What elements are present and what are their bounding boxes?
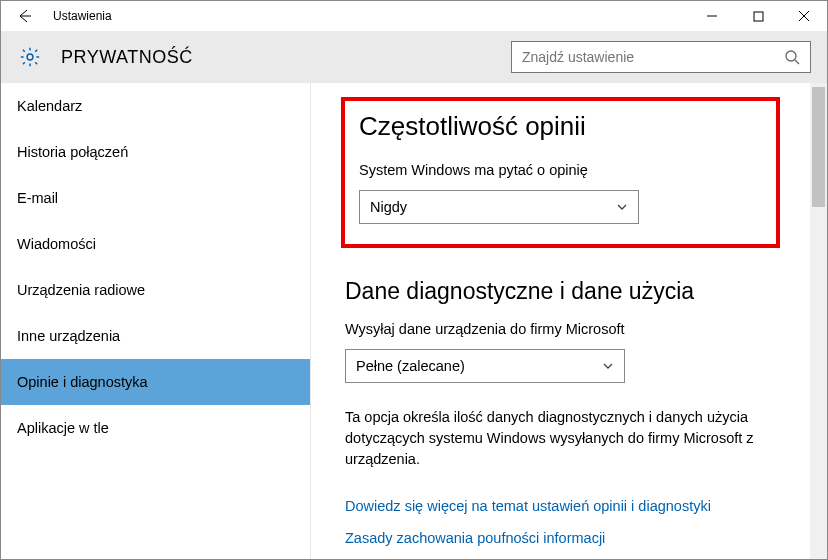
category-title: PRYWATNOŚĆ: [61, 47, 511, 68]
title-bar: Ustawienia: [1, 1, 827, 31]
sidebar-item-feedback-diagnostics[interactable]: Opinie i diagnostyka: [1, 359, 310, 405]
select-value: Nigdy: [370, 199, 407, 215]
sidebar-item-label: Kalendarz: [17, 98, 82, 114]
close-icon: [798, 10, 810, 22]
minimize-button[interactable]: [689, 1, 735, 31]
maximize-button[interactable]: [735, 1, 781, 31]
vertical-scrollbar[interactable]: [810, 83, 827, 559]
sidebar-item-background-apps[interactable]: Aplikacje w tle: [1, 405, 310, 451]
feedback-label: System Windows ma pytać o opinię: [359, 162, 762, 178]
scrollbar-thumb[interactable]: [812, 87, 825, 207]
learn-more-link[interactable]: Dowiedz się więcej na temat ustawień opi…: [345, 498, 776, 514]
search-box[interactable]: [511, 41, 811, 73]
sidebar-item-radios[interactable]: Urządzenia radiowe: [1, 267, 310, 313]
sidebar-item-email[interactable]: E-mail: [1, 175, 310, 221]
sidebar-item-other-devices[interactable]: Inne urządzenia: [1, 313, 310, 359]
minimize-icon: [706, 10, 718, 22]
body: Kalendarz Historia połączeń E-mail Wiado…: [1, 83, 827, 559]
privacy-policy-link[interactable]: Zasady zachowania poufności informacji: [345, 530, 776, 546]
sidebar-item-label: Opinie i diagnostyka: [17, 374, 148, 390]
search-icon: [784, 49, 800, 65]
svg-rect-0: [754, 12, 763, 21]
arrow-left-icon: [15, 7, 33, 25]
sidebar-item-messages[interactable]: Wiadomości: [1, 221, 310, 267]
feedback-heading: Częstotliwość opinii: [359, 111, 762, 142]
diagnostics-description: Ta opcja określa ilość danych diagnostyc…: [345, 407, 776, 470]
content-pane: Częstotliwość opinii System Windows ma p…: [311, 83, 827, 559]
window-title: Ustawienia: [53, 9, 689, 23]
sidebar: Kalendarz Historia połączeń E-mail Wiado…: [1, 83, 311, 559]
sidebar-item-label: Historia połączeń: [17, 144, 128, 160]
sidebar-item-label: Inne urządzenia: [17, 328, 120, 344]
gear-icon: [17, 44, 43, 70]
back-button[interactable]: [1, 1, 47, 31]
sidebar-item-call-history[interactable]: Historia połączeń: [1, 129, 310, 175]
svg-point-2: [786, 51, 796, 61]
highlight-frame: Częstotliwość opinii System Windows ma p…: [341, 97, 780, 248]
maximize-icon: [753, 11, 764, 22]
sidebar-item-label: Aplikacje w tle: [17, 420, 109, 436]
sidebar-item-label: E-mail: [17, 190, 58, 206]
feedback-frequency-select[interactable]: Nigdy: [359, 190, 639, 224]
diagnostics-label: Wysyłaj dane urządzenia do firmy Microso…: [345, 321, 776, 337]
header-band: PRYWATNOŚĆ: [1, 31, 827, 83]
search-input[interactable]: [522, 49, 784, 65]
svg-point-1: [27, 54, 33, 60]
diagnostics-level-select[interactable]: Pełne (zalecane): [345, 349, 625, 383]
chevron-down-icon: [616, 201, 628, 213]
select-value: Pełne (zalecane): [356, 358, 465, 374]
sidebar-item-calendar[interactable]: Kalendarz: [1, 83, 310, 129]
window-controls: [689, 1, 827, 31]
sidebar-item-label: Urządzenia radiowe: [17, 282, 145, 298]
content-scroll: Częstotliwość opinii System Windows ma p…: [311, 83, 810, 559]
diagnostics-heading: Dane diagnostyczne i dane użycia: [345, 278, 776, 305]
chevron-down-icon: [602, 360, 614, 372]
settings-window: Ustawienia PRYWATNOŚĆ Kalendarz Historia…: [0, 0, 828, 560]
close-button[interactable]: [781, 1, 827, 31]
sidebar-item-label: Wiadomości: [17, 236, 96, 252]
